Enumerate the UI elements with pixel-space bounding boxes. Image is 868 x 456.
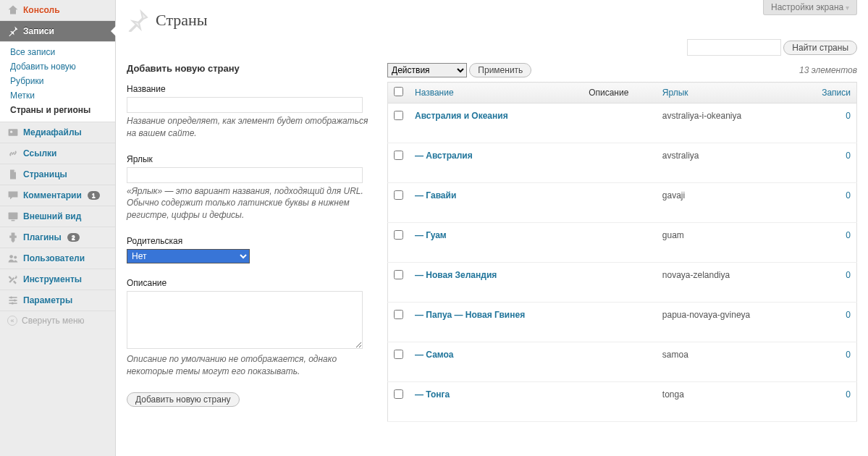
term-name-link[interactable]: Австралия и Океания: [415, 111, 508, 121]
term-posts-link[interactable]: 0: [846, 389, 851, 400]
submenu-add-new[interactable]: Добавить новую: [0, 59, 115, 74]
svg-point-4: [9, 255, 13, 258]
sidebar-item-label: Параметры: [23, 295, 72, 305]
term-posts-link[interactable]: 0: [846, 190, 851, 200]
sidebar-item-dashboard[interactable]: Консоль: [0, 0, 115, 21]
svg-point-1: [10, 131, 12, 133]
row-checkbox[interactable]: [394, 111, 403, 120]
term-slug: avstraliya: [657, 143, 799, 183]
page-icon: [7, 169, 19, 180]
term-name-link[interactable]: — Папуа — Новая Гвинея: [415, 310, 525, 320]
terms-table: Название Описание Ярлык Записи Австралия…: [387, 82, 857, 422]
sidebar-item-links[interactable]: Ссылки: [0, 143, 115, 164]
table-row: — Папуа — Новая Гвинеяpapua-novaya-gvine…: [388, 303, 857, 342]
table-row: — Самоаsamoa0: [388, 342, 857, 382]
table-row: — Гавайиgavaji0: [388, 183, 857, 223]
term-name-link[interactable]: — Тонга: [415, 389, 450, 400]
term-posts-link[interactable]: 0: [846, 230, 851, 240]
row-checkbox[interactable]: [394, 389, 403, 399]
plugins-badge: 2: [67, 233, 80, 242]
tools-icon: [7, 274, 19, 285]
term-desc: [583, 263, 657, 303]
col-posts[interactable]: Записи: [822, 88, 851, 98]
sidebar-item-label: Комментарии: [23, 190, 82, 200]
table-row: — Австралияavstraliya0: [388, 143, 857, 183]
sidebar-item-plugins[interactable]: Плагины 2: [0, 227, 115, 248]
sidebar-item-label: Инструменты: [23, 274, 82, 284]
table-row: — Гуамguam0: [388, 223, 857, 263]
row-checkbox[interactable]: [394, 190, 403, 200]
collapse-menu[interactable]: « Свернуть меню: [0, 311, 115, 330]
term-posts-link[interactable]: 0: [846, 151, 851, 161]
home-icon: [7, 4, 19, 16]
svg-rect-0: [9, 129, 18, 136]
col-desc: Описание: [589, 88, 628, 98]
term-posts-link[interactable]: 0: [846, 111, 851, 121]
svg-point-5: [14, 256, 17, 258]
name-input[interactable]: [127, 97, 363, 113]
sidebar-item-users[interactable]: Пользователи: [0, 248, 115, 269]
term-name-link[interactable]: — Самоа: [415, 350, 454, 360]
desc-label: Описание: [127, 278, 373, 288]
page-title: Страны: [127, 0, 857, 39]
term-posts-link[interactable]: 0: [846, 270, 851, 280]
term-name-link[interactable]: — Гуам: [415, 230, 447, 240]
pushpin-icon: [127, 9, 150, 32]
sidebar-item-label: Страницы: [23, 169, 67, 180]
sidebar-item-label: Плагины: [23, 232, 62, 242]
row-checkbox[interactable]: [394, 230, 403, 240]
parent-label: Родительская: [127, 236, 373, 246]
slug-input[interactable]: [127, 167, 363, 183]
col-slug[interactable]: Ярлык: [662, 88, 688, 98]
row-checkbox[interactable]: [394, 350, 403, 359]
submenu-tags[interactable]: Метки: [0, 88, 115, 103]
row-checkbox[interactable]: [394, 270, 403, 279]
submenu-categories[interactable]: Рубрики: [0, 74, 115, 88]
sidebar-item-posts[interactable]: Записи: [0, 21, 115, 42]
sidebar-item-media[interactable]: Медиафайлы: [0, 122, 115, 143]
term-name-link[interactable]: — Гавайи: [415, 190, 456, 200]
name-label: Название: [127, 84, 373, 94]
term-posts-link[interactable]: 0: [846, 350, 851, 360]
term-slug: samoa: [657, 342, 799, 382]
name-desc: Название определяет, как элемент будет о…: [127, 115, 373, 140]
link-icon: [7, 148, 19, 159]
sidebar-item-label: Консоль: [23, 5, 60, 15]
screen-options-toggle[interactable]: Настройки экрана: [763, 0, 857, 15]
sidebar-item-tools[interactable]: Инструменты: [0, 269, 115, 290]
term-desc: [583, 303, 657, 342]
sidebar-item-settings[interactable]: Параметры: [0, 290, 115, 311]
bulk-actions-select[interactable]: Действия: [387, 63, 467, 77]
submit-button[interactable]: Добавить новую страну: [127, 392, 240, 407]
sidebar-item-label: Пользователи: [23, 253, 85, 263]
slug-label: Ярлык: [127, 154, 373, 164]
svg-rect-3: [12, 220, 15, 221]
table-row: Австралия и Океанияavstraliya-i-okeaniya…: [388, 104, 857, 143]
term-name-link[interactable]: — Новая Зеландия: [415, 270, 497, 280]
sidebar-item-comments[interactable]: Комментарии 1: [0, 185, 115, 206]
col-name[interactable]: Название: [415, 88, 454, 98]
users-icon: [7, 253, 19, 264]
sidebar-item-pages[interactable]: Страницы: [0, 164, 115, 185]
term-desc: [583, 342, 657, 382]
desc-textarea[interactable]: [127, 291, 363, 349]
bulk-apply-button[interactable]: Применить: [469, 63, 531, 77]
search-button[interactable]: Найти страны: [783, 41, 857, 55]
sidebar-item-appearance[interactable]: Внешний вид: [0, 206, 115, 227]
page-title-text: Страны: [156, 11, 208, 30]
row-checkbox[interactable]: [394, 310, 403, 319]
table-row: — Тонгаtonga0: [388, 382, 857, 422]
parent-select[interactable]: Нет: [127, 249, 250, 263]
items-count: 13 элементов: [799, 65, 857, 75]
search-input[interactable]: [687, 39, 781, 56]
term-name-link[interactable]: — Австралия: [415, 151, 473, 161]
term-posts-link[interactable]: 0: [846, 310, 851, 320]
submenu-countries[interactable]: Страны и регионы: [0, 103, 115, 117]
admin-sidebar: Консоль Записи Все записи Добавить новую…: [0, 0, 116, 456]
select-all-checkbox[interactable]: [394, 87, 403, 96]
term-slug: guam: [657, 223, 799, 263]
settings-icon: [7, 295, 19, 306]
term-desc: [583, 183, 657, 223]
row-checkbox[interactable]: [394, 151, 403, 160]
submenu-all-posts[interactable]: Все записи: [0, 45, 115, 59]
